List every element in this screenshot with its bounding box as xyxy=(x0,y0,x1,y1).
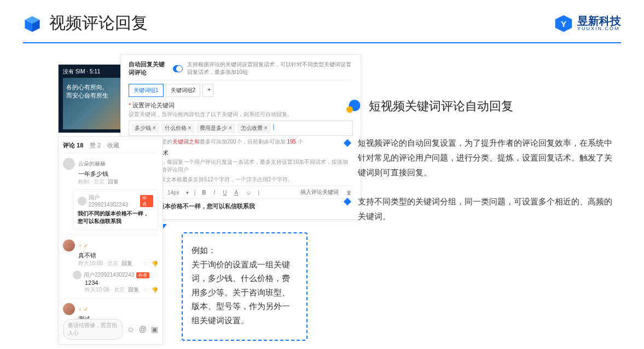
heart-icon[interactable]: ♡ xyxy=(143,287,148,293)
header: 视频评论回复 Y 昱新科技 YUUXIN.COM xyxy=(0,0,644,35)
section-heading: 短视频关键词评论自动回复 xyxy=(345,98,618,115)
svg-point-6 xyxy=(346,106,353,113)
example-head: 例如： xyxy=(192,243,298,258)
dislike-icon[interactable]: 👎 xyxy=(152,287,158,293)
keyword-tag[interactable]: 费用是多少 × xyxy=(196,123,235,133)
avatar xyxy=(63,158,75,170)
reply-username: 用户2299214302243 xyxy=(84,271,134,279)
svg-text:Y: Y xyxy=(561,19,566,28)
chat-bubble-icon xyxy=(345,98,361,115)
page-title: 视频评论回复 xyxy=(49,12,148,35)
comments-panel: 评论 18 赞 2 收藏 云朵的赫赫 一年多少钱 刚刚 · 北京回复 用户229… xyxy=(58,136,163,345)
auto-reply-toggle[interactable] xyxy=(173,65,183,72)
underline-icon[interactable]: U xyxy=(222,190,228,196)
emoji-icon[interactable]: ☺ xyxy=(126,325,134,334)
right-column: 短视频关键词评论自动回复 短视频评论的自动回复设置，为了提升作者的评论回复效率，… xyxy=(345,98,618,238)
comment-username: 云朵的赫赫 xyxy=(78,160,106,168)
reply-link[interactable]: 回复 xyxy=(121,260,132,267)
color-icon[interactable]: A xyxy=(234,190,240,196)
section-title: 短视频关键词评论自动回复 xyxy=(369,98,513,115)
phone-caption: 各的心有所向,而安心自有所生 xyxy=(66,83,108,100)
content: 没有 SIM · 5:11 各的心有所向,而安心自有所生 自动回复关键词评论 支… xyxy=(0,43,644,339)
bullet-item: 短视频评论的自动回复设置，为了提升作者的评论回复效率，在系统中针对常见的评论用户… xyxy=(345,135,618,180)
keyword-tag[interactable]: 多少钱 × xyxy=(131,123,159,133)
heart-icon[interactable]: ♡ xyxy=(143,261,148,267)
bullet-item: 支持不同类型的关键词分组，同一类问题，可设置多个相近的、高频的关键词。 xyxy=(345,194,618,224)
avatar xyxy=(73,271,82,279)
comment-meta: 刚刚 · 北京 xyxy=(78,178,105,186)
diamond-icon xyxy=(344,139,351,147)
reply-username: 用户2299214302243 xyxy=(89,194,138,208)
bullet-text: 支持不同类型的关键词分组，同一类问题，可设置多个相近的、高频的关键词。 xyxy=(358,194,618,224)
reply-body: 我们不同的版本价格不一样，您可以私信联系我 xyxy=(78,210,153,225)
author-badge: 作者 xyxy=(140,195,153,207)
avatar xyxy=(63,303,75,315)
image-icon[interactable]: ▣ xyxy=(151,325,158,334)
author-badge: 作者 xyxy=(136,272,149,278)
dislike-icon[interactable]: 👎 xyxy=(152,261,158,267)
diamond-icon xyxy=(344,198,351,205)
tab-keyword-group-2[interactable]: 关键词组2 xyxy=(166,84,201,97)
comment-body: 真不错 xyxy=(63,251,158,260)
settings-desc: 支持根据评论的关键词设置回复话术，可以针对不同类型关键词设置回复话术，最多添加1… xyxy=(187,61,353,76)
tab-keyword-group-1[interactable]: 关键词组1 xyxy=(129,84,164,97)
bold-icon[interactable]: B xyxy=(201,190,207,196)
verified-icon: ♀ ✓ xyxy=(78,306,88,312)
size-select[interactable]: 14px xyxy=(166,190,181,196)
keyword-tag[interactable]: 怎么收费 × xyxy=(237,123,271,133)
header-left: 视频评论回复 xyxy=(23,12,148,35)
cube-icon xyxy=(23,14,42,33)
keyword-tags-input[interactable]: 多少钱 × 什么价格 × 费用是多少 × 怎么收费 × | xyxy=(129,121,353,136)
reply-meta: 昨天10:08 · 北京 xyxy=(85,286,125,294)
reply-box: 用户2299214302243作者 我们不同的版本价格不一样，您可以私信联系我 xyxy=(73,189,158,230)
brand-domain: YUUXIN.COM xyxy=(577,26,621,31)
verified-icon: ♀ ✓ xyxy=(78,243,88,249)
comment-body: 一年多少钱 xyxy=(63,170,158,178)
settings-title: 自动回复关键词评论 xyxy=(129,60,169,77)
keyword-tag[interactable]: 什么价格 × xyxy=(161,123,195,133)
reply-body: 1234 xyxy=(73,279,158,286)
insert-keyword-button[interactable]: 插入评论关键词 xyxy=(299,188,340,196)
label-keywords: 设置评论关键词 xyxy=(129,101,353,110)
tab-add[interactable]: + xyxy=(202,84,213,97)
brand-logo-icon: Y xyxy=(554,14,573,33)
reply-link[interactable]: 回复 xyxy=(128,286,139,294)
comment-input[interactable]: 善语结善缘，恶言伤人心 xyxy=(63,319,123,340)
note-keywords: 设置关键词，当评论框内容包含了以下关键词，则系统可自动回复。 xyxy=(129,111,353,118)
example-body: 关于询价的设置成一组关键词，多少钱、什么价格，费用多少等。关于咨询班型、版本、型… xyxy=(192,258,298,328)
mockup-area: 没有 SIM · 5:11 各的心有所向,而安心自有所生 自动回复关键词评论 支… xyxy=(55,54,336,328)
tab-favorites[interactable]: 收藏 xyxy=(107,141,119,150)
comment-item: 云朵的赫赫 一年多少钱 刚刚 · 北京回复 用户2299214302243作者 … xyxy=(63,153,158,235)
italic-icon[interactable]: I xyxy=(213,190,217,196)
bullet-text: 短视频评论的自动回复设置，为了提升作者的评论回复效率，在系统中针对常见的评论用户… xyxy=(358,135,618,180)
mention-icon[interactable]: @ xyxy=(139,325,147,334)
tab-likes[interactable]: 赞 2 xyxy=(90,141,101,150)
reply-link[interactable]: 回复 xyxy=(108,178,119,186)
example-box: 例如： 关于询价的设置成一组关键词，多少钱、什么价格，费用多少等。关于咨询班型、… xyxy=(182,232,308,341)
brand-logo: Y 昱新科技 YUUXIN.COM xyxy=(554,14,621,33)
emoji-icon[interactable]: ☺ xyxy=(245,190,252,196)
comment-meta: 昨天10:08 · 北京 xyxy=(78,260,118,267)
comment-input-row: 善语结善缘，恶言伤人心 ☺ @ ▣ xyxy=(63,319,158,340)
brand-name: 昱新科技 xyxy=(577,15,621,26)
tab-comments[interactable]: 评论 18 xyxy=(63,141,83,150)
comment-item: ♀ ✓ 真不错 昨天10:08 · 北京回复♡👎 用户2299214302243… xyxy=(63,235,158,299)
avatar xyxy=(63,239,75,251)
avatar xyxy=(78,197,86,205)
